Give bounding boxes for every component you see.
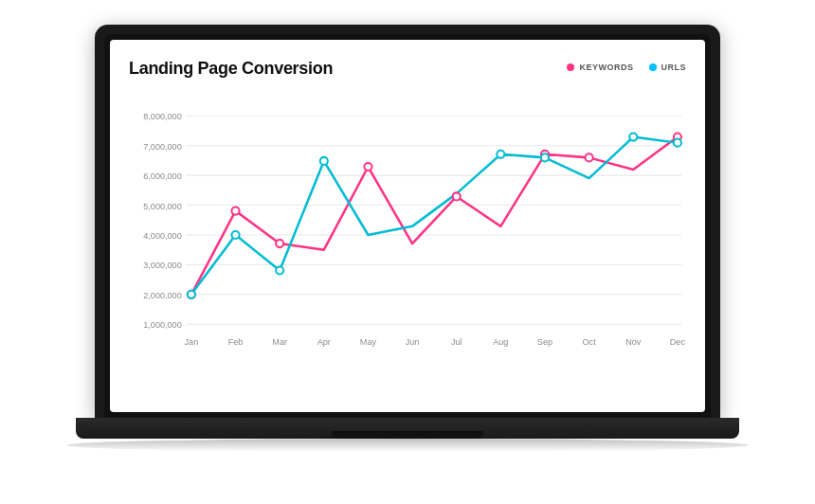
svg-text:May: May	[360, 337, 377, 347]
svg-text:Jul: Jul	[451, 337, 462, 347]
svg-text:3,000,000: 3,000,000	[143, 261, 182, 270]
url-point-sep	[541, 153, 549, 161]
svg-text:Feb: Feb	[228, 337, 244, 347]
svg-text:Dec: Dec	[670, 337, 686, 347]
urls-dot	[649, 63, 657, 71]
svg-text:Jan: Jan	[185, 337, 199, 347]
svg-text:Apr: Apr	[317, 337, 331, 347]
kw-point-may	[364, 163, 371, 171]
url-point-mar	[276, 266, 283, 274]
chart-header: Landing Page Conversion KEYWORDS URLS	[129, 59, 686, 79]
url-point-feb	[231, 231, 239, 239]
url-point-aug	[497, 151, 504, 158]
svg-text:2,000,000: 2,000,000	[143, 291, 182, 300]
keywords-line	[191, 137, 678, 295]
laptop-screen: Landing Page Conversion KEYWORDS URLS	[110, 40, 705, 412]
chart-container: Landing Page Conversion KEYWORDS URLS	[110, 40, 705, 412]
laptop-shadow	[66, 439, 749, 452]
keywords-label: KEYWORDS	[579, 63, 633, 72]
svg-text:Jun: Jun	[406, 337, 420, 347]
laptop-base	[76, 418, 739, 439]
laptop-outer: Landing Page Conversion KEYWORDS URLS	[95, 25, 720, 418]
kw-point-jul	[453, 192, 461, 200]
svg-text:5,000,000: 5,000,000	[143, 202, 182, 211]
svg-text:6,000,000: 6,000,000	[143, 171, 182, 181]
url-point-apr	[320, 157, 328, 165]
url-point-jan	[188, 291, 195, 298]
chart-legend: KEYWORDS URLS	[567, 59, 686, 72]
kw-point-mar	[276, 240, 283, 247]
kw-point-oct	[586, 153, 593, 161]
svg-text:Aug: Aug	[493, 337, 508, 347]
urls-label: URLS	[661, 63, 687, 72]
svg-text:Mar: Mar	[272, 337, 287, 347]
svg-text:8,000,000: 8,000,000	[143, 112, 182, 121]
keywords-dot	[567, 63, 574, 71]
svg-text:Sep: Sep	[537, 337, 552, 347]
svg-text:1,000,000: 1,000,000	[143, 320, 182, 330]
svg-text:Oct: Oct	[583, 337, 597, 347]
chart-svg: 8,000,000 7,000,000 6,000,000 5,000,000 …	[129, 88, 686, 384]
svg-text:4,000,000: 4,000,000	[143, 231, 182, 241]
legend-keywords: KEYWORDS	[567, 63, 633, 72]
kw-point-feb	[231, 207, 239, 215]
chart-area: 8,000,000 7,000,000 6,000,000 5,000,000 …	[129, 88, 686, 384]
laptop-bezel: Landing Page Conversion KEYWORDS URLS	[104, 34, 711, 418]
svg-text:7,000,000: 7,000,000	[143, 142, 182, 152]
url-point-dec	[674, 139, 681, 147]
svg-text:Nov: Nov	[625, 337, 642, 347]
legend-urls: URLS	[649, 63, 687, 72]
url-point-nov	[629, 134, 637, 141]
chart-title: Landing Page Conversion	[129, 59, 333, 79]
scene: Landing Page Conversion KEYWORDS URLS	[66, 25, 749, 479]
